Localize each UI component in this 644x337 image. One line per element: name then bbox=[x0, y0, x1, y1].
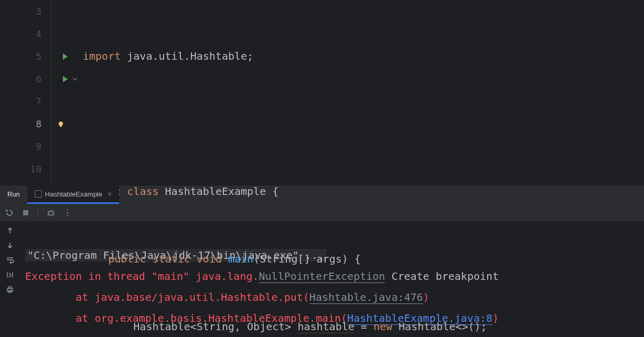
soft-wrap-icon[interactable] bbox=[6, 256, 14, 264]
run-config-tab[interactable]: HashtableExample × bbox=[27, 186, 119, 204]
code-text: Hashtable<>(); bbox=[399, 320, 487, 333]
run-tool-label[interactable]: Run bbox=[0, 186, 27, 204]
run-config-icon bbox=[35, 190, 42, 198]
separator bbox=[38, 208, 38, 218]
close-tab-icon[interactable]: × bbox=[108, 190, 112, 198]
scroll-up-icon[interactable] bbox=[6, 227, 14, 234]
rerun-icon[interactable] bbox=[5, 209, 14, 217]
print-icon[interactable] bbox=[6, 286, 14, 293]
code-text: = bbox=[355, 320, 373, 333]
line-number: 5 bbox=[0, 45, 51, 68]
svg-rect-1 bbox=[60, 126, 62, 127]
line-number: 8 bbox=[0, 113, 51, 135]
code-area[interactable]: import java.util.Hashtable; public class… bbox=[82, 0, 644, 185]
code-text: (String[] args) { bbox=[253, 253, 361, 265]
code-text: Hashtable<String, Object> bbox=[133, 320, 297, 333]
scroll-to-end-icon[interactable] bbox=[6, 271, 14, 278]
method-name: main bbox=[228, 253, 253, 265]
code-text: java.util.Hashtable; bbox=[121, 50, 253, 62]
line-number: 10 bbox=[0, 158, 51, 180]
variable-warning: hashtable bbox=[297, 320, 354, 333]
line-number: 4 bbox=[0, 23, 51, 45]
debug-icon[interactable] bbox=[47, 209, 55, 217]
line-number: 7 bbox=[0, 90, 51, 113]
svg-point-3 bbox=[49, 211, 53, 215]
scroll-down-icon[interactable] bbox=[6, 242, 14, 249]
editor-gutter: 3 4 5 6 7 8 9 10 bbox=[0, 0, 51, 185]
brace: { bbox=[272, 185, 278, 198]
run-gutter-icon[interactable] bbox=[61, 75, 69, 83]
intention-bulb-icon[interactable] bbox=[57, 121, 65, 128]
line-number: 6 bbox=[0, 68, 51, 90]
stop-icon[interactable] bbox=[22, 209, 29, 216]
keyword: void bbox=[197, 253, 228, 265]
class-name: HashtableExample bbox=[165, 185, 273, 198]
console-gutter bbox=[0, 222, 20, 337]
keyword: import bbox=[83, 50, 121, 62]
keyword: new bbox=[373, 320, 399, 333]
svg-rect-2 bbox=[23, 210, 28, 215]
svg-rect-5 bbox=[8, 287, 12, 288]
more-icon[interactable]: ⋮ bbox=[63, 208, 72, 218]
svg-point-0 bbox=[59, 122, 63, 126]
code-editor[interactable]: 3 4 5 6 7 8 9 10 import java.ut bbox=[0, 0, 644, 185]
keyword: public bbox=[108, 253, 152, 265]
tab-label: HashtableExample bbox=[45, 190, 102, 198]
keyword: class bbox=[127, 185, 165, 198]
run-gutter-icon[interactable] bbox=[61, 53, 69, 60]
line-number: 9 bbox=[0, 135, 51, 158]
line-number: 3 bbox=[0, 0, 51, 23]
keyword: static bbox=[152, 253, 196, 265]
fold-icon[interactable] bbox=[72, 76, 78, 82]
